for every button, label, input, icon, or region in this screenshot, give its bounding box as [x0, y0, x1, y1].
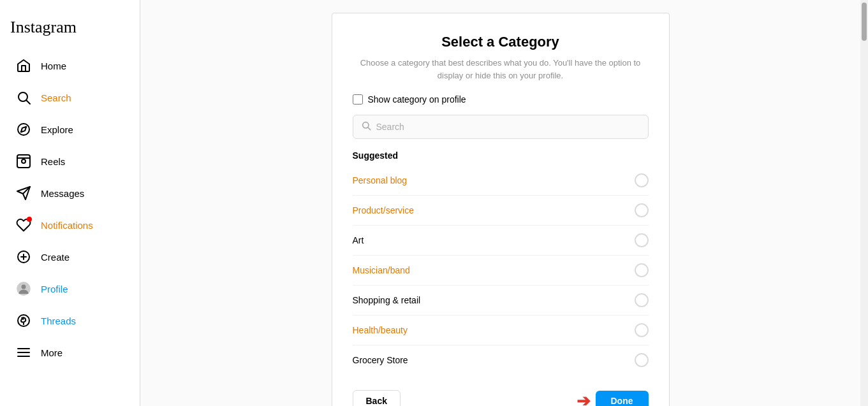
svg-line-1 — [27, 101, 31, 105]
sidebar-item-notifications[interactable]: Notifications — [5, 210, 135, 240]
messages-icon — [15, 185, 32, 201]
done-wrapper: ➔ Done — [577, 391, 649, 406]
modal-subtitle: Choose a category that best describes wh… — [353, 57, 649, 82]
suggested-label: Suggested — [353, 150, 649, 161]
list-item[interactable]: Product/service — [353, 196, 649, 226]
back-button[interactable]: Back — [353, 390, 401, 406]
category-name: Musician/band — [353, 265, 410, 275]
sidebar-item-label-more: More — [41, 347, 63, 358]
more-icon — [15, 344, 32, 361]
scrollbar-thumb[interactable] — [862, 3, 867, 41]
create-icon — [15, 249, 32, 265]
scrollbar-track[interactable] — [860, 0, 868, 406]
category-radio[interactable] — [635, 293, 649, 307]
sidebar-item-more[interactable]: More — [5, 338, 135, 367]
profile-icon — [15, 280, 32, 297]
svg-marker-3 — [21, 127, 26, 132]
category-search-box — [353, 115, 649, 139]
sidebar-item-messages[interactable]: Messages — [5, 178, 135, 208]
svg-point-11 — [22, 285, 26, 289]
svg-rect-4 — [17, 155, 30, 168]
explore-icon — [15, 121, 32, 138]
svg-line-17 — [368, 127, 371, 130]
app-logo: Instagram — [0, 10, 140, 50]
category-radio[interactable] — [635, 173, 649, 187]
sidebar-item-reels[interactable]: Reels — [5, 147, 135, 176]
sidebar-item-label-messages: Messages — [41, 188, 84, 199]
sidebar-item-label-home: Home — [41, 61, 66, 71]
reels-icon — [15, 153, 32, 170]
category-name: Art — [353, 235, 364, 245]
sidebar-item-label-profile: Profile — [41, 284, 68, 294]
category-radio[interactable] — [635, 203, 649, 217]
sidebar-item-threads[interactable]: Threads — [5, 306, 135, 335]
search-icon — [15, 89, 32, 106]
sidebar-item-create[interactable]: Create — [5, 242, 135, 272]
sidebar-item-label-search: Search — [41, 92, 71, 103]
list-item[interactable]: Musician/band — [353, 256, 649, 286]
category-radio[interactable] — [635, 233, 649, 247]
list-item[interactable]: Personal blog — [353, 166, 649, 196]
category-radio[interactable] — [635, 323, 649, 337]
category-search-input[interactable] — [376, 122, 640, 132]
main-content: Select a Category Choose a category that… — [140, 0, 860, 406]
sidebar: Instagram Home Search Explore — [0, 0, 140, 406]
show-category-label[interactable]: Show category on profile — [368, 94, 466, 105]
sidebar-item-home[interactable]: Home — [5, 51, 135, 80]
category-name: Grocery Store — [353, 355, 408, 365]
category-name: Health/beauty — [353, 325, 408, 335]
list-item[interactable]: Art — [353, 226, 649, 256]
done-button[interactable]: Done — [596, 391, 649, 406]
sidebar-item-label-notifications: Notifications — [41, 220, 93, 231]
home-icon — [15, 57, 32, 74]
show-category-checkbox[interactable] — [353, 94, 363, 105]
category-list: Personal blog Product/service Art Musici… — [353, 166, 649, 375]
list-item[interactable]: Health/beauty — [353, 315, 649, 345]
modal-title: Select a Category — [353, 34, 649, 50]
svg-point-5 — [22, 159, 26, 163]
notifications-icon — [15, 217, 32, 233]
sidebar-item-label-reels: Reels — [41, 156, 65, 167]
svg-point-2 — [18, 124, 29, 135]
sidebar-item-label-create: Create — [41, 252, 70, 263]
category-name: Personal blog — [353, 175, 408, 185]
arrow-icon: ➔ — [577, 391, 591, 407]
category-radio[interactable] — [635, 263, 649, 277]
sidebar-item-explore[interactable]: Explore — [5, 115, 135, 144]
sidebar-item-profile[interactable]: Profile — [5, 274, 135, 303]
category-name: Product/service — [353, 205, 414, 215]
category-name: Shopping & retail — [353, 295, 421, 305]
modal-footer: Back ➔ Done — [353, 390, 649, 406]
list-item[interactable]: Grocery Store — [353, 345, 649, 375]
modal-card: Select a Category Choose a category that… — [332, 13, 670, 406]
list-item[interactable]: Shopping & retail — [353, 286, 649, 315]
category-radio[interactable] — [635, 353, 649, 367]
sidebar-item-label-threads: Threads — [41, 315, 76, 326]
sidebar-item-label-explore: Explore — [41, 124, 73, 135]
sidebar-item-search[interactable]: Search — [5, 83, 135, 112]
notification-dot — [27, 217, 32, 222]
threads-icon — [15, 312, 32, 329]
show-category-row: Show category on profile — [353, 94, 649, 105]
category-search-icon — [361, 120, 371, 133]
